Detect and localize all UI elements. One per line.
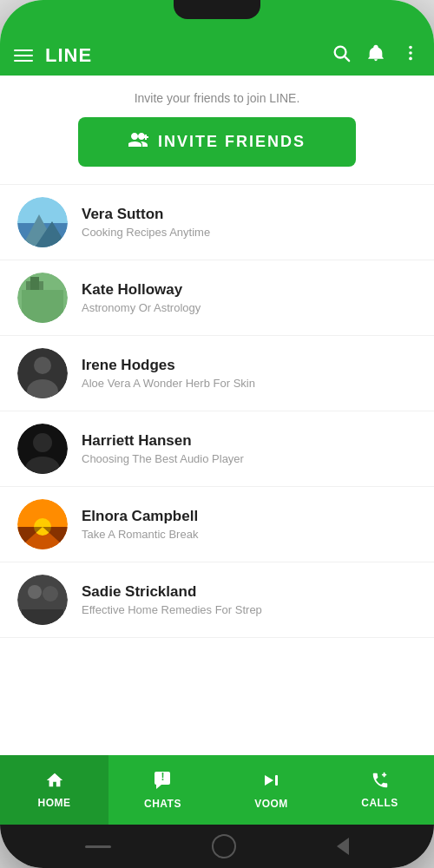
svg-point-2 (409, 46, 412, 49)
home-circle[interactable] (212, 834, 236, 858)
friend-info: Sadie Strickland Effective Home Remedies… (82, 583, 417, 616)
friend-info: Kate Holloway Astronomy Or Astrology (82, 281, 417, 314)
bottom-home-bar (0, 825, 434, 868)
friend-name: Vera Sutton (82, 206, 417, 223)
chats-label: CHATS (144, 798, 181, 810)
svg-point-21 (33, 433, 52, 452)
app-title: LINE (45, 44, 92, 67)
bell-icon[interactable] (366, 43, 385, 67)
friend-name: Sadie Strickland (82, 583, 417, 601)
friend-item[interactable]: Elnora Campbell Take A Romantic Break (0, 487, 434, 562)
bottom-nav: HOME ! CHATS VOOM (0, 755, 434, 825)
friend-status: Cooking Recipes Anytime (82, 226, 417, 239)
friend-avatar (17, 575, 68, 625)
home-label: HOME (38, 797, 71, 809)
svg-rect-14 (22, 290, 63, 323)
friend-avatar (17, 424, 68, 474)
menu-icon[interactable] (14, 49, 33, 62)
status-bar (0, 0, 434, 35)
svg-rect-33 (22, 609, 63, 625)
home-icon (45, 771, 64, 793)
svg-point-4 (409, 57, 412, 61)
top-bar-left: LINE (14, 44, 92, 67)
friend-item[interactable]: Vera Sutton Cooking Recipes Anytime (0, 185, 434, 260)
friend-info: Harriett Hansen Choosing The Best Audio … (82, 432, 417, 465)
invite-section: Invite your friends to join LINE. INVITE… (0, 76, 434, 185)
top-bar: LINE (0, 35, 434, 76)
notch (174, 0, 260, 19)
chats-icon: ! (153, 770, 174, 794)
svg-point-32 (43, 586, 58, 602)
nav-chats[interactable]: ! CHATS (108, 755, 217, 825)
three-lines-indicator (85, 845, 111, 848)
svg-rect-36 (275, 775, 278, 786)
friend-name: Kate Holloway (82, 281, 417, 299)
top-bar-icons (332, 43, 420, 67)
friend-item[interactable]: Irene Hodges Aloe Vera A Wonder Herb For… (0, 336, 434, 411)
invite-friends-button[interactable]: INVITE FRIENDS (78, 117, 356, 167)
calls-icon (371, 771, 390, 793)
calls-label: CALLS (361, 797, 398, 809)
svg-line-1 (345, 57, 350, 62)
friend-info: Irene Hodges Aloe Vera A Wonder Herb For… (82, 357, 417, 390)
friend-info: Vera Sutton Cooking Recipes Anytime (82, 206, 417, 239)
friend-status: Choosing The Best Audio Player (82, 452, 417, 465)
content-area: Invite your friends to join LINE. INVITE… (0, 76, 434, 755)
friend-item[interactable]: Harriett Hansen Choosing The Best Audio … (0, 411, 434, 487)
friend-item[interactable]: Sadie Strickland Effective Home Remedies… (0, 562, 434, 638)
friend-avatar (17, 197, 68, 247)
friend-info: Elnora Campbell Take A Romantic Break (82, 508, 417, 541)
voom-label: VOOM (254, 798, 288, 810)
friend-status: Effective Home Remedies For Strep (82, 603, 417, 616)
friend-status: Aloe Vera A Wonder Herb For Skin (82, 377, 417, 390)
nav-voom[interactable]: VOOM (217, 755, 326, 825)
nav-home[interactable]: HOME (0, 755, 108, 825)
voom-icon (261, 770, 282, 794)
friends-list: Vera Sutton Cooking Recipes Anytime Kate… (0, 185, 434, 755)
svg-point-17 (34, 357, 51, 374)
invite-friends-label: INVITE FRIENDS (158, 133, 306, 151)
svg-marker-35 (156, 785, 161, 789)
nav-calls[interactable]: CALLS (326, 755, 434, 825)
svg-point-0 (335, 47, 346, 58)
svg-point-3 (409, 51, 412, 55)
friend-status: Take A Romantic Break (82, 528, 417, 541)
friend-name: Elnora Campbell (82, 508, 417, 525)
friend-avatar (17, 499, 68, 549)
friend-avatar (17, 273, 68, 323)
phone-shell: LINE (0, 0, 434, 868)
friend-name: Irene Hodges (82, 357, 417, 374)
add-person-icon (128, 129, 149, 155)
more-icon[interactable] (401, 43, 420, 67)
friend-item[interactable]: Kate Holloway Astronomy Or Astrology (0, 260, 434, 336)
friend-avatar (17, 348, 68, 398)
svg-point-31 (28, 585, 42, 599)
friend-name: Harriett Hansen (82, 432, 417, 450)
friend-status: Astronomy Or Astrology (82, 301, 417, 314)
invite-subtitle: Invite your friends to join LINE. (17, 91, 417, 105)
search-icon[interactable] (332, 43, 351, 67)
back-arrow[interactable] (337, 838, 349, 855)
